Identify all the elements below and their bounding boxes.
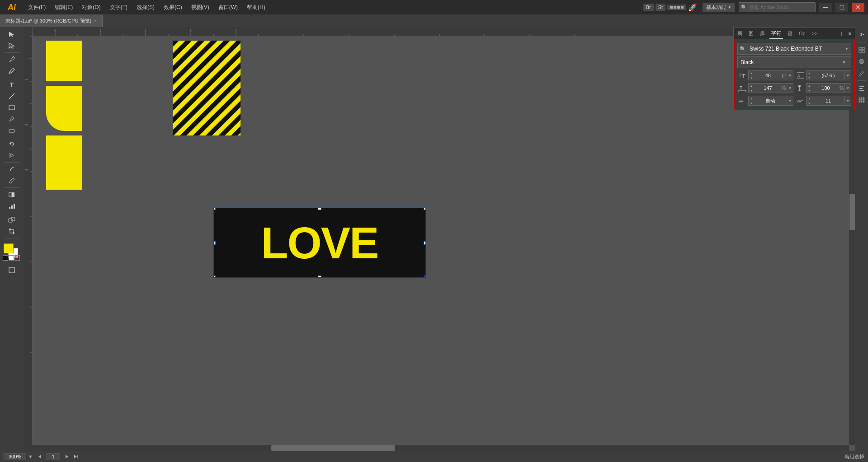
handle-tl[interactable] (213, 208, 216, 210)
search-stock-box[interactable]: 🔍 (739, 2, 816, 12)
handle-tr[interactable] (424, 208, 426, 210)
search-stock-input[interactable] (749, 5, 813, 10)
pen-tool[interactable] (2, 54, 22, 65)
close-btn[interactable]: ✕ (852, 3, 864, 12)
vscale-input-box[interactable]: ▲ ▼ 100 % ▼ (806, 83, 851, 93)
rocket-icon[interactable]: 🚀 (688, 3, 697, 12)
menu-text[interactable]: 文字(T) (105, 0, 132, 14)
menu-object[interactable]: 对象(O) (77, 0, 105, 14)
menu-select[interactable]: 选择(S) (132, 0, 159, 14)
leading-spinner[interactable]: ▲ ▼ (807, 70, 812, 80)
handle-tm[interactable] (318, 208, 321, 210)
panel-sidebar-grid1[interactable] (856, 45, 867, 56)
view-toggle[interactable] (667, 5, 686, 10)
font-size-dropdown[interactable]: ▼ (787, 70, 793, 80)
handle-bm[interactable] (318, 275, 321, 278)
font-size-up[interactable]: ▲ (749, 70, 754, 75)
panel-tab-para[interactable]: 段 (786, 28, 794, 39)
panel-tab-layer[interactable]: 图 (747, 28, 755, 39)
font-style-row[interactable]: Black ▼ (737, 56, 851, 68)
selection-tool[interactable] (2, 29, 22, 40)
vscale-dropdown[interactable]: ▼ (844, 83, 851, 93)
handle-mr[interactable] (424, 241, 426, 245)
panel-tab-library[interactable]: 库 (758, 28, 767, 39)
vscale-up[interactable]: ▲ (807, 83, 812, 88)
leading-up[interactable]: ▲ (807, 70, 812, 75)
tracking-input-box[interactable]: ▲ ▼ 147 % ▼ (748, 83, 793, 93)
white-swatch[interactable] (9, 255, 14, 261)
font-name-dropdown[interactable]: ▼ (843, 44, 851, 54)
type-tool[interactable]: T (2, 79, 22, 90)
font-size-down[interactable]: ▼ (749, 75, 754, 80)
tracking-spinner[interactable]: ▲ ▼ (749, 83, 754, 93)
handle-bl[interactable] (213, 275, 216, 278)
kerning2-dropdown[interactable]: ▼ (844, 96, 851, 106)
menu-view[interactable]: 视图(V) (187, 0, 214, 14)
transform-tool[interactable] (2, 226, 22, 237)
rotate-tool[interactable] (2, 139, 22, 149)
panel-tab-op[interactable]: Op (797, 28, 807, 39)
minimize-btn[interactable]: ─ (819, 3, 832, 12)
tracking-dropdown[interactable]: ▼ (787, 83, 793, 93)
panel-tab-more[interactable]: >> (810, 28, 820, 39)
panel-sidebar-grid2[interactable] (856, 94, 867, 105)
vscale-down[interactable]: ▼ (807, 88, 812, 93)
chart-tool[interactable] (2, 201, 22, 211)
panel-tab-char[interactable]: 字符 (769, 28, 783, 39)
leading-dropdown[interactable]: ▼ (844, 70, 851, 80)
tab-close-btn[interactable]: × (94, 19, 97, 23)
document-tab[interactable]: 未标题-1.ai* @ 300% (RGB/GPU 预览) × (0, 14, 103, 27)
hscrollbar[interactable] (24, 445, 849, 451)
rect-tool[interactable] (2, 102, 22, 113)
hscroll-thumb[interactable] (271, 445, 395, 451)
panel-sidebar-brush[interactable] (856, 67, 867, 78)
page-input[interactable] (47, 453, 60, 460)
kerning1-dropdown[interactable]: ▼ (787, 96, 793, 106)
menu-file[interactable]: 文件(F) (24, 0, 50, 14)
tracking-up[interactable]: ▲ (749, 83, 754, 88)
panel-sidebar-paint[interactable] (856, 56, 867, 67)
kerning1-spinner[interactable]: ▲ ▼ (749, 96, 754, 106)
handle-br[interactable] (424, 275, 426, 278)
maximize-btn[interactable]: □ (835, 3, 848, 12)
shape-builder-tool[interactable] (2, 215, 22, 225)
eyedropper-tool[interactable] (2, 175, 22, 186)
line-tool[interactable] (2, 91, 22, 102)
font-name-input[interactable] (750, 46, 841, 52)
kerning1-down[interactable]: ▼ (749, 101, 754, 106)
kerning1-up[interactable]: ▲ (749, 96, 754, 101)
panel-sidebar-icon1[interactable]: A (856, 29, 867, 40)
menu-window[interactable]: 窗口(W) (214, 0, 242, 14)
kerning2-down[interactable]: ▼ (807, 101, 812, 106)
kerning2-spinner[interactable]: ▲ ▼ (807, 96, 812, 106)
font-size-spinner[interactable]: ▲ ▼ (749, 70, 754, 80)
zoom-dropdown-arrow[interactable]: ▼ (28, 454, 33, 459)
kerning2-up[interactable]: ▲ (807, 96, 812, 101)
stock-btn[interactable]: St (656, 4, 665, 11)
kerning2-input-box[interactable]: ▲ ▼ 11 ▼ (806, 96, 851, 106)
direct-select-tool[interactable] (2, 40, 22, 51)
leading-input-box[interactable]: ▲ ▼ (57.6 ) ▼ (806, 70, 851, 80)
vscale-spinner[interactable]: ▲ ▼ (807, 83, 812, 93)
panel-menu-btn[interactable]: ≡ (847, 28, 853, 39)
panel-sidebar-align[interactable] (856, 83, 867, 94)
warp-tool[interactable] (2, 164, 22, 175)
pencil-tool[interactable] (2, 65, 22, 76)
vscroll-thumb[interactable] (849, 194, 855, 230)
menu-edit[interactable]: 编辑(E) (50, 0, 77, 14)
page-nav-prev[interactable] (38, 454, 42, 459)
bridge-btn[interactable]: Br (643, 4, 654, 11)
blend-tool[interactable] (2, 189, 22, 200)
menu-help[interactable]: 帮助(H) (242, 0, 270, 14)
leading-down[interactable]: ▼ (807, 75, 812, 80)
mirror-tool[interactable] (2, 150, 22, 161)
handle-ml[interactable] (213, 241, 216, 245)
font-size-input-box[interactable]: ▲ ▼ 48 pt ▼ (748, 70, 793, 80)
fill-swatch[interactable] (4, 243, 14, 253)
page-nav-last[interactable] (74, 454, 78, 459)
panel-tab-attr[interactable]: 属 (736, 28, 744, 39)
page-nav-next[interactable] (65, 454, 69, 459)
paintbrush-tool[interactable] (2, 113, 22, 124)
menu-effect[interactable]: 效果(C) (159, 0, 187, 14)
zoom-input[interactable] (4, 453, 26, 460)
